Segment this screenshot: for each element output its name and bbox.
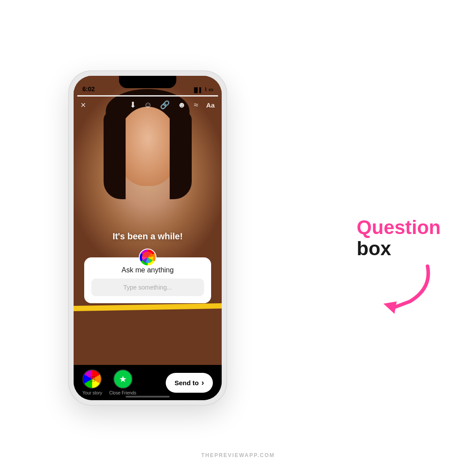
close-friends-option[interactable]: ★ Close Friends — [109, 369, 137, 396]
progress-segment-1 — [77, 95, 218, 97]
phone-frame: 6:02 ▐▌▌ ⌇ ▭ — [68, 71, 227, 405]
annotation-question-text: Question — [357, 217, 441, 238]
battery-icon: ▭ — [208, 87, 213, 93]
send-to-button[interactable]: Send to › — [166, 373, 213, 393]
watermark: THEPREVIEWAPP.COM — [201, 452, 275, 458]
annotation-area: Question box — [357, 217, 441, 260]
question-box-container: Ask me anything Type something... — [84, 257, 211, 303]
your-story-option[interactable]: ⊞ Your story — [82, 369, 102, 396]
progress-bar-area — [74, 95, 222, 97]
notch — [119, 76, 176, 88]
close-friends-icon: ★ — [113, 369, 133, 389]
story-area: × ⬇ ☺ 🔗 ☻ ≈ Aa It's been a while! — [74, 76, 222, 365]
link-icon[interactable]: 🔗 — [160, 100, 170, 110]
hair-left — [104, 111, 126, 199]
your-story-icon: ⊞ — [82, 369, 102, 389]
person-photo — [74, 76, 222, 365]
send-to-chevron-icon: › — [201, 378, 204, 387]
hair-right — [170, 111, 192, 199]
close-friends-star-icon: ★ — [119, 374, 127, 384]
close-friends-label: Close Friends — [109, 390, 137, 396]
sticker-face-icon[interactable]: ☺ — [144, 100, 152, 110]
home-indicator — [126, 396, 170, 398]
phone-inner: 6:02 ▐▌▌ ⌇ ▭ — [74, 76, 222, 400]
question-box[interactable]: Ask me anything Type something... — [84, 257, 211, 303]
status-time: 6:02 — [82, 86, 95, 93]
status-icons: ▐▌▌ ⌇ ▭ — [193, 87, 213, 93]
question-box-colorful-icon — [139, 249, 156, 266]
your-story-label: Your story — [82, 390, 102, 396]
question-box-title: Ask me anything — [91, 266, 204, 274]
close-button[interactable]: × — [81, 100, 86, 110]
bottom-bar: ⊞ Your story ★ Close Friends Send to › — [74, 365, 222, 400]
svg-marker-0 — [383, 301, 397, 314]
page-container: 6:02 ▐▌▌ ⌇ ▭ — [0, 0, 476, 476]
story-toolbar: × ⬇ ☺ 🔗 ☻ ≈ Aa — [74, 95, 222, 115]
send-to-label: Send to — [175, 379, 199, 387]
question-box-icon-inner — [142, 252, 153, 263]
text-tool-icon[interactable]: Aa — [206, 101, 215, 109]
wifi-icon: ⌇ — [205, 87, 207, 93]
gif-icon[interactable]: ☻ — [178, 100, 186, 110]
toolbar-icons: ⬇ ☺ 🔗 ☻ ≈ Aa — [130, 100, 215, 110]
annotation-box-text: box — [357, 238, 391, 259]
signal-icon: ▐▌▌ — [193, 87, 203, 93]
arrow-icon — [366, 262, 436, 315]
audio-wave-icon[interactable]: ≈ — [194, 100, 198, 110]
story-overlay-text: It's been a while! — [74, 231, 222, 242]
question-box-input[interactable]: Type something... — [91, 279, 204, 296]
face-skin — [117, 107, 178, 186]
arrow-container — [366, 262, 436, 315]
download-icon[interactable]: ⬇ — [130, 100, 136, 110]
